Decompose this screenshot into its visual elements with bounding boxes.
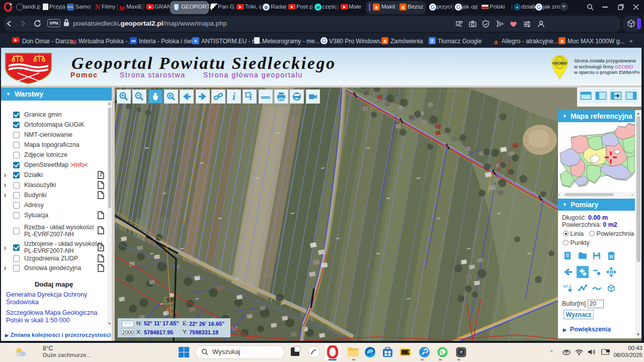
svg-text:i: i bbox=[232, 92, 235, 102]
svg-text:GEOBID: GEOBID bbox=[552, 61, 567, 65]
svg-text:i: i bbox=[250, 93, 252, 102]
svg-text:47,1: 47,1 bbox=[564, 284, 572, 289]
